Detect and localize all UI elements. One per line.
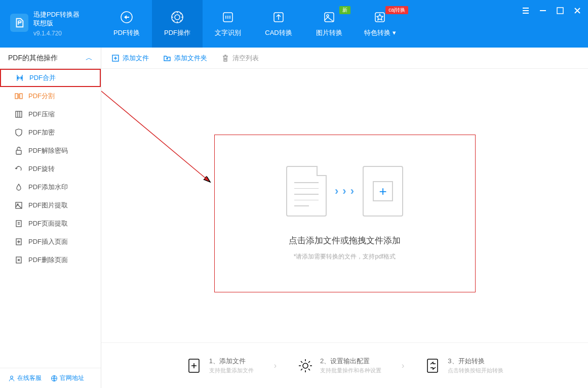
svg-point-2 (175, 15, 180, 20)
sidebar-item-insert-page[interactable]: PDF插入页面 (0, 233, 101, 251)
nav-tab-cad[interactable]: CAD转换 (253, 0, 304, 48)
nav-tab-label: 图片转换 (316, 28, 342, 37)
rotate-icon (14, 164, 23, 174)
split-icon (14, 92, 23, 101)
dropzone[interactable]: › › › + 点击添加文件或拖拽文件添加 *请添加需要转换的文件，支持pdf格… (214, 135, 476, 292)
step-title: 3、开始转换 (448, 357, 503, 366)
operate-icon (170, 10, 184, 24)
headset-icon (8, 375, 15, 382)
nav-tab-pdf-convert[interactable]: PDF转换 (101, 0, 152, 48)
app-logo-icon (10, 14, 28, 32)
window-controls (521, 6, 582, 15)
nav-tab-special[interactable]: 特色转换▾ caj转换 (355, 0, 405, 48)
step-title: 1、添加文件 (209, 357, 254, 366)
page-delete-icon (14, 255, 23, 265)
sidebar-item-extract-img[interactable]: PDF图片提取 (0, 196, 101, 214)
sidebar-item-compress[interactable]: PDF压缩 (0, 105, 101, 123)
step-subtitle: 支持批量操作和各种设置 (320, 367, 381, 374)
sidebar-item-label: PDF页面提取 (28, 219, 68, 228)
add-folder-button[interactable]: 添加文件夹 (163, 54, 207, 63)
sidebar-item-label: PDF图片提取 (28, 201, 68, 210)
sidebar-item-label: PDF合并 (29, 73, 56, 82)
sidebar-item-merge[interactable]: PDF合并 (0, 69, 101, 87)
clear-list-label: 清空列表 (232, 54, 259, 63)
sidebar-title: PDF的其他操作 (8, 54, 58, 63)
chevron-right-icon: › (402, 361, 404, 370)
nav-tab-image[interactable]: 图片转换 新 (304, 0, 355, 48)
arrows-icon: › › › (335, 185, 355, 198)
trash-icon (221, 54, 229, 62)
svg-rect-11 (16, 111, 22, 117)
nav-tabs: PDF转换 PDF操作 文字识别 CAD转换 图片转换 新 特色转换▾ caj转… (101, 0, 405, 48)
plus-box-icon (111, 54, 120, 62)
svg-rect-24 (427, 359, 438, 372)
step-2: 2、设置输出配置 支持批量操作和各种设置 (297, 357, 381, 374)
logo-area: 迅捷PDF转换器 联想版 v9.1.4.720 (10, 11, 101, 37)
support-link[interactable]: 在线客服 (8, 374, 42, 382)
svg-point-6 (327, 15, 329, 17)
sidebar-item-rotate[interactable]: PDF旋转 (0, 160, 101, 178)
canvas-area: › › › + 点击添加文件或拖拽文件添加 *请添加需要转换的文件，支持pdf格… (101, 69, 588, 342)
nav-tab-label: 特色转换▾ (364, 28, 396, 37)
sidebar-item-split[interactable]: PDF分割 (0, 87, 101, 105)
cad-icon (271, 10, 286, 24)
sidebar-item-encrypt[interactable]: PDF加密 (0, 123, 101, 142)
clear-list-button[interactable]: 清空列表 (221, 54, 259, 63)
special-icon (373, 10, 387, 24)
titlebar: 迅捷PDF转换器 联想版 v9.1.4.720 PDF转换 PDF操作 文字识别… (0, 0, 588, 48)
sidebar-item-watermark[interactable]: PDF添加水印 (0, 178, 101, 196)
sidebar-header[interactable]: PDF的其他操作 ︿ (0, 48, 101, 69)
svg-point-14 (17, 204, 18, 205)
nav-tab-label: 文字识别 (215, 28, 241, 37)
svg-point-18 (11, 376, 13, 378)
nav-tab-label: PDF操作 (164, 28, 190, 37)
close-icon[interactable] (573, 6, 582, 15)
unlock-icon (14, 146, 23, 155)
globe-icon (51, 375, 58, 382)
chevron-up-icon: ︿ (86, 54, 93, 63)
dropzone-subtitle: *请添加需要转换的文件，支持pdf格式 (294, 252, 396, 261)
support-label: 在线客服 (17, 374, 42, 382)
sidebar-item-label: PDF加密 (28, 128, 55, 137)
step-subtitle: 支持批量添加文件 (209, 367, 254, 374)
dropzone-title: 点击添加文件或拖拽文件添加 (289, 235, 401, 246)
merge-icon (15, 73, 24, 82)
svg-rect-8 (557, 8, 563, 14)
step-1: 1、添加文件 支持批量添加文件 (186, 357, 254, 374)
maximize-icon[interactable] (556, 6, 565, 15)
badge-new: 新 (339, 6, 350, 14)
svg-rect-9 (15, 94, 18, 99)
add-box-icon: + (363, 166, 403, 217)
page-extract-icon (14, 219, 23, 228)
step-title: 2、设置输出配置 (320, 357, 381, 366)
nav-tab-ocr[interactable]: 文字识别 (203, 0, 253, 48)
sidebar-item-label: PDF删除页面 (28, 255, 68, 265)
toolbar: 添加文件 添加文件夹 清空列表 (101, 48, 588, 69)
app-name: 迅捷PDF转换器 联想版 (33, 11, 80, 28)
convert-icon (120, 10, 134, 24)
menu-icon[interactable] (521, 6, 530, 15)
image-extract-icon (14, 201, 23, 210)
sidebar: PDF的其他操作 ︿ PDF合并 PDF分割 PDF压缩 PDF加密 P (0, 48, 101, 388)
sidebar-item-label: PDF旋转 (28, 164, 55, 174)
nav-tab-pdf-operate[interactable]: PDF操作 (152, 0, 203, 48)
sidebar-item-decrypt[interactable]: PDF解除密码 (0, 142, 101, 160)
watermark-icon (14, 183, 23, 192)
website-link[interactable]: 官网地址 (51, 374, 84, 382)
shield-icon (14, 128, 23, 137)
page-insert-icon (14, 237, 23, 246)
step-3: 3、开始转换 点击转换按钮开始转换 (424, 357, 503, 374)
sidebar-item-label: PDF压缩 (28, 110, 55, 119)
add-folder-label: 添加文件夹 (174, 54, 207, 63)
nav-tab-label: PDF转换 (113, 28, 140, 37)
sidebar-item-extract-page[interactable]: PDF页面提取 (0, 214, 101, 233)
step-settings-icon (297, 357, 314, 374)
sidebar-item-label: PDF解除密码 (28, 146, 68, 155)
minimize-icon[interactable] (538, 6, 547, 15)
step-subtitle: 点击转换按钮开始转换 (448, 367, 503, 374)
sidebar-item-delete-page[interactable]: PDF删除页面 (0, 251, 101, 269)
image-icon (322, 10, 336, 24)
website-label: 官网地址 (60, 374, 84, 382)
add-file-button[interactable]: 添加文件 (111, 54, 149, 63)
sidebar-item-label: PDF添加水印 (28, 183, 68, 192)
